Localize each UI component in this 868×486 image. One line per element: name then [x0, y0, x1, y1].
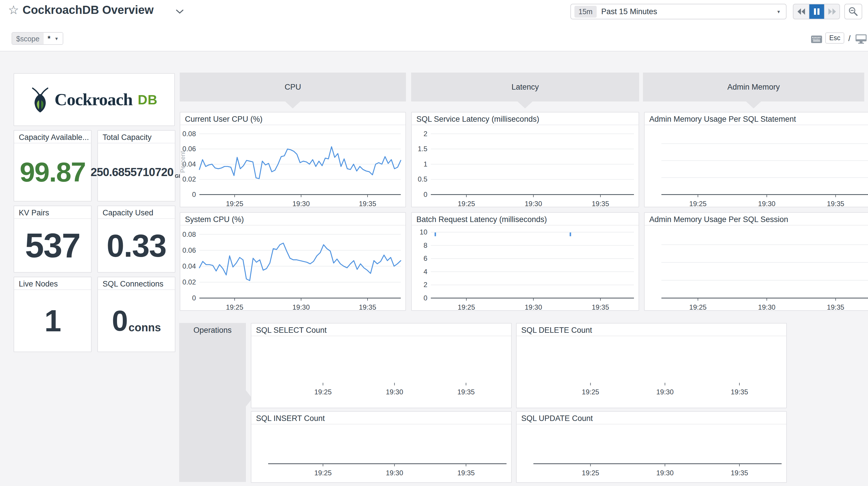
x-tick-label: 19:25 — [458, 200, 475, 207]
y-tick-label: 0.5 — [418, 175, 427, 183]
stat-card-sql-connections[interactable]: SQL Connections 0 conns — [97, 277, 176, 352]
stat-number: 250.6855710720 — [91, 166, 174, 179]
x-tick-label: 19:25 — [689, 200, 707, 207]
x-tick-label: 19:35 — [592, 303, 609, 310]
batch-request-latency-chart[interactable]: 024681019:2519:3019:35 — [412, 226, 639, 310]
stat-value: 0.33 — [98, 220, 174, 271]
sql-service-latency-chart[interactable]: 00.511.5219:2519:3019:35 — [412, 125, 639, 207]
admin-memory-session-chart[interactable]: 19:2519:3019:35 — [645, 226, 868, 310]
panel-title: SQL INSERT Count — [251, 412, 511, 424]
rewind-button[interactable] — [794, 4, 809, 19]
zoom-out-button[interactable] — [844, 4, 862, 19]
panel-title: System CPU (%) — [180, 213, 405, 226]
data-marker — [435, 232, 436, 236]
x-tick-label: 19:30 — [292, 303, 310, 310]
latency-group-tail — [518, 102, 532, 108]
panel-title: SQL Service Latency (milliseconds) — [412, 112, 639, 125]
x-tick-label: 19:30 — [656, 388, 674, 396]
y-tick-label: 0.08 — [182, 230, 196, 238]
x-tick-label: 19:35 — [359, 303, 376, 310]
stat-title: SQL Connections — [98, 277, 175, 290]
time-caret-icon[interactable]: ▼ — [776, 9, 781, 14]
panel-sql-insert-count[interactable]: SQL INSERT Count 19:2519:3019:35 — [251, 411, 512, 483]
panel-admin-memory-statement[interactable]: Admin Memory Usage Per SQL Statement 19:… — [644, 112, 868, 207]
stat-card-capacity-used[interactable]: Capacity Used 0.33 — [97, 205, 176, 273]
y-tick-label: 4 — [424, 268, 427, 276]
scope-caret-icon: ▼ — [54, 36, 59, 41]
y-tick-label: 0.06 — [182, 246, 196, 254]
stat-card-capacity-available[interactable]: Capacity Available... 99.87 — [13, 130, 92, 201]
current-user-cpu-chart[interactable]: 00.020.040.060.08Percent19:2519:3019:35 — [180, 125, 405, 207]
sql-delete-count-chart[interactable]: 19:2519:3019:35 — [517, 336, 786, 408]
system-cpu-chart[interactable]: 00.020.040.060.0819:2519:3019:35 — [180, 226, 405, 310]
y-tick-label: 0.04 — [182, 262, 196, 270]
time-range-picker[interactable]: 15m Past 15 Minutes ▼ — [570, 4, 786, 19]
panel-title: Batch Request Latency (milliseconds) — [412, 213, 639, 226]
x-tick-label: 19:30 — [525, 200, 542, 207]
panel-title: SQL DELETE Count — [517, 323, 786, 336]
group-header-admin-memory[interactable]: Admin Memory — [643, 73, 864, 102]
sql-insert-count-chart[interactable]: 19:2519:3019:35 — [251, 424, 511, 482]
panel-batch-request-latency[interactable]: Batch Request Latency (milliseconds) 024… — [411, 212, 639, 311]
stat-title: Capacity Available... — [14, 131, 91, 143]
time-range-badge[interactable]: 15m — [575, 6, 597, 18]
panel-system-cpu[interactable]: System CPU (%) 00.020.040.060.0819:2519:… — [180, 212, 406, 311]
y-tick-label: 0 — [424, 191, 427, 198]
x-tick-label: 19:35 — [731, 469, 748, 477]
y-tick-label: 1.5 — [418, 145, 427, 153]
x-tick-label: 19:25 — [458, 303, 475, 310]
pause-icon — [813, 8, 820, 15]
fast-forward-button[interactable] — [824, 4, 839, 19]
stat-value: 537 — [15, 220, 90, 271]
dashboard-title: CockroachDB Overview — [23, 3, 154, 17]
cpu-group-tail — [285, 102, 300, 108]
group-header-operations[interactable]: Operations — [179, 323, 246, 482]
pause-button[interactable] — [809, 4, 824, 19]
stat-card-live-nodes[interactable]: Live Nodes 1 — [13, 277, 92, 352]
stat-title: KV Pairs — [14, 206, 91, 219]
panel-admin-memory-session[interactable]: Admin Memory Usage Per SQL Session 19:25… — [644, 212, 868, 311]
x-tick-label: 19:30 — [758, 200, 776, 207]
y-tick-label: 0.02 — [182, 278, 196, 286]
admin-memory-statement-chart[interactable]: 19:2519:3019:35 — [645, 125, 868, 207]
favorite-star-icon[interactable]: ☆ — [8, 4, 19, 16]
playback-controls — [793, 4, 840, 19]
stat-title: Live Nodes — [14, 277, 91, 290]
x-tick-label: 19:30 — [656, 469, 674, 477]
x-tick-label: 19:30 — [525, 303, 542, 310]
zoom-out-icon — [848, 7, 858, 17]
sql-select-count-chart[interactable]: 19:2519:3019:35 — [251, 336, 511, 408]
stat-number: 0 — [112, 304, 127, 337]
series-line — [199, 243, 401, 281]
admin-memory-group-tail — [746, 102, 761, 108]
slash-separator: / — [848, 34, 851, 43]
stat-card-kv-pairs[interactable]: KV Pairs 537 — [13, 205, 92, 273]
panel-title: Admin Memory Usage Per SQL Statement — [645, 112, 868, 125]
y-axis-label: Percent — [180, 151, 186, 173]
panel-sql-update-count[interactable]: SQL UPDATE Count 19:2519:3019:35 — [516, 411, 787, 483]
template-variable-scope[interactable]: $scope * ▼ — [11, 32, 63, 45]
panel-sql-select-count[interactable]: SQL SELECT Count 19:2519:3019:35 — [251, 323, 512, 408]
panel-title: Current User CPU (%) — [180, 112, 405, 125]
group-header-cpu[interactable]: CPU — [180, 73, 406, 102]
cockroach-logo: Cockroach DB — [14, 74, 174, 125]
x-tick-label: 19:30 — [758, 303, 776, 310]
stat-card-total-capacity[interactable]: Total Capacity 250.6855710720 GB — [97, 130, 176, 201]
panel-sql-service-latency[interactable]: SQL Service Latency (milliseconds) 00.51… — [411, 112, 639, 207]
scope-value-select[interactable]: * ▼ — [43, 33, 63, 44]
stat-unit: conns — [129, 321, 161, 334]
rewind-icon — [797, 8, 806, 15]
sql-update-count-chart[interactable]: 19:2519:3019:35 — [517, 424, 786, 482]
panel-title: Admin Memory Usage Per SQL Session — [645, 213, 868, 226]
x-tick-label: 19:25 — [689, 303, 707, 310]
y-tick-label: 6 — [424, 254, 427, 262]
x-tick-label: 19:25 — [582, 388, 599, 396]
x-tick-label: 19:25 — [582, 469, 599, 477]
panel-current-user-cpu[interactable]: Current User CPU (%) 00.020.040.060.08Pe… — [180, 112, 406, 207]
x-tick-label: 19:30 — [292, 200, 310, 207]
fullscreen-monitor-icon[interactable] — [855, 34, 867, 45]
title-chevron-icon[interactable] — [176, 9, 184, 16]
keyboard-shortcuts-icon[interactable] — [811, 35, 823, 45]
group-header-latency[interactable]: Latency — [411, 73, 639, 102]
panel-sql-delete-count[interactable]: SQL DELETE Count 19:2519:3019:35 — [516, 323, 787, 408]
